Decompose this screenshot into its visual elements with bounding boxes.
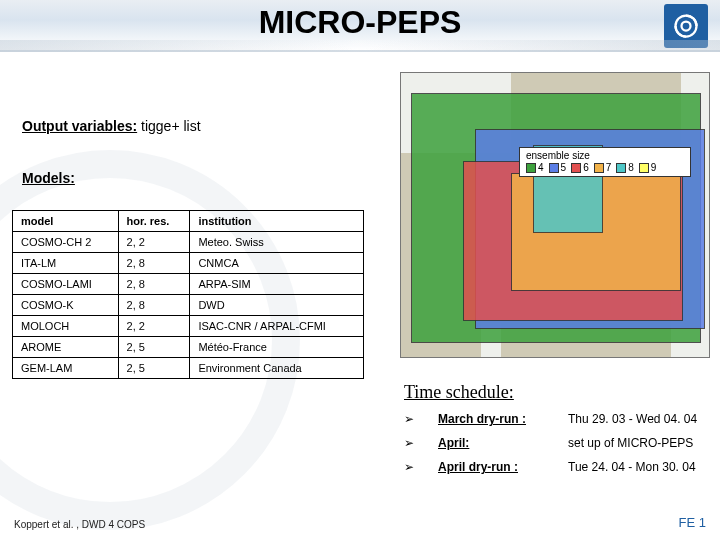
legend-number: 9: [651, 162, 657, 173]
table-cell: 2, 8: [118, 253, 190, 274]
dwd-logo: [664, 4, 708, 48]
table-cell: COSMO-K: [13, 295, 119, 316]
models-label: Models:: [22, 170, 75, 186]
table-cell: 2, 5: [118, 358, 190, 379]
table-cell: Météo-France: [190, 337, 364, 358]
table-cell: 2, 8: [118, 274, 190, 295]
svg-point-1: [682, 22, 691, 31]
bullet-arrow-icon: ➢: [404, 412, 414, 426]
table-row: COSMO-LAMI2, 8ARPA-SIM: [13, 274, 364, 295]
ensemble-legend: ensemble size 456789: [519, 147, 691, 177]
table-cell: 2, 2: [118, 316, 190, 337]
slide: MICRO-PEPS Output variables: tigge+ list…: [0, 0, 720, 540]
legend-swatch: [639, 163, 649, 173]
legend-swatch: [549, 163, 559, 173]
legend-number: 5: [561, 162, 567, 173]
legend-number: 8: [628, 162, 634, 173]
footer-left: Koppert et al. , DWD 4 COPS: [14, 519, 145, 530]
schedule-item: ➢April:set up of MICRO-PEPS: [404, 436, 697, 450]
table-row: ITA-LM2, 8CNMCA: [13, 253, 364, 274]
legend-number: 6: [583, 162, 589, 173]
output-variables-label: Output variables:: [22, 118, 137, 134]
table-cell: 2, 2: [118, 232, 190, 253]
ensemble-map: ensemble size 456789: [400, 72, 710, 358]
table-cell: ITA-LM: [13, 253, 119, 274]
table-cell: ARPA-SIM: [190, 274, 364, 295]
schedule-item: ➢April dry-run :Tue 24. 04 - Mon 30. 04: [404, 460, 697, 474]
schedule-value: Tue 24. 04 - Mon 30. 04: [568, 460, 696, 474]
table-row: COSMO-K2, 8DWD: [13, 295, 364, 316]
schedule-title: Time schedule:: [404, 382, 514, 403]
table-cell: CNMCA: [190, 253, 364, 274]
legend-swatch: [594, 163, 604, 173]
schedule-label: April:: [438, 436, 550, 450]
table-header: model: [13, 211, 119, 232]
schedule-label: March dry-run :: [438, 412, 550, 426]
table-cell: ISAC-CNR / ARPAL-CFMI: [190, 316, 364, 337]
bullet-arrow-icon: ➢: [404, 436, 414, 450]
table-cell: DWD: [190, 295, 364, 316]
table-cell: 2, 8: [118, 295, 190, 316]
legend-swatch: [526, 163, 536, 173]
table-cell: GEM-LAM: [13, 358, 119, 379]
table-cell: Environment Canada: [190, 358, 364, 379]
table-header: hor. res.: [118, 211, 190, 232]
bullet-arrow-icon: ➢: [404, 460, 414, 474]
legend-number: 4: [538, 162, 544, 173]
table-row: COSMO-CH 22, 2Meteo. Swiss: [13, 232, 364, 253]
table-row: AROME2, 5Météo-France: [13, 337, 364, 358]
table-row: MOLOCH2, 2ISAC-CNR / ARPAL-CFMI: [13, 316, 364, 337]
output-variables-value: tigge+ list: [141, 118, 201, 134]
models-table: modelhor. res.institution COSMO-CH 22, 2…: [12, 210, 364, 379]
output-variables: Output variables: tigge+ list: [22, 118, 201, 134]
table-row: GEM-LAM2, 5Environment Canada: [13, 358, 364, 379]
spiral-icon: [671, 11, 701, 41]
footer-right: FE 1: [679, 515, 706, 530]
legend-swatch: [616, 163, 626, 173]
table-cell: COSMO-LAMI: [13, 274, 119, 295]
schedule-value: Thu 29. 03 - Wed 04. 04: [568, 412, 697, 426]
legend-title: ensemble size: [526, 150, 684, 161]
schedule-item: ➢March dry-run :Thu 29. 03 - Wed 04. 04: [404, 412, 697, 426]
table-cell: 2, 5: [118, 337, 190, 358]
header-bar: MICRO-PEPS: [0, 0, 720, 52]
schedule-value: set up of MICRO-PEPS: [568, 436, 693, 450]
legend-swatch: [571, 163, 581, 173]
schedule-label: April dry-run :: [438, 460, 550, 474]
table-cell: MOLOCH: [13, 316, 119, 337]
legend-number: 7: [606, 162, 612, 173]
page-title: MICRO-PEPS: [0, 4, 720, 41]
table-cell: AROME: [13, 337, 119, 358]
table-cell: COSMO-CH 2: [13, 232, 119, 253]
table-header: institution: [190, 211, 364, 232]
table-cell: Meteo. Swiss: [190, 232, 364, 253]
schedule-list: ➢March dry-run :Thu 29. 03 - Wed 04. 04➢…: [404, 412, 697, 484]
